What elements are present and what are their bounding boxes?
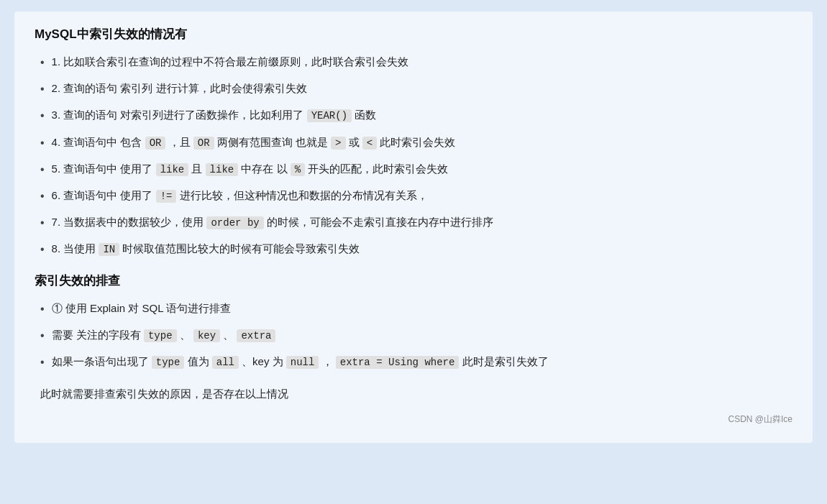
code-all: all [212,356,239,369]
list-item: 8. 当使用 IN 时候取值范围比较大的时候有可能会导致索引失效 [35,239,792,259]
s2item3-text: 如果一条语句出现了 type 值为 all 、key 为 null ， extr… [52,352,549,372]
list-item: 需要 关注的字段有 type 、 key 、 extra [35,326,792,345]
list-item: 1. 比如联合索引在查询的过程中不符合最左前缀原则，此时联合索引会失效 [35,52,792,72]
code-year: YEAR() [307,109,352,122]
item8-text: 8. 当使用 IN 时候取值范围比较大的时候有可能会导致索引失效 [52,239,360,259]
code-or2: OR [193,137,214,150]
code-like2: like [206,163,239,176]
section2-title: 索引失效的排查 [35,272,792,289]
code-neq: != [156,190,177,203]
list-item: 6. 查询语句中 使用了 != 进行比较，但这种情况也和数据的分布情况有关系， [35,186,792,206]
section2-list: ① 使用 Explain 对 SQL 语句进行排查 需要 关注的字段有 type… [35,299,792,372]
item5-text: 5. 查询语句中 使用了 like 且 like 中存在 以 % 开头的匹配，此… [52,160,449,179]
s2item2-text: 需要 关注的字段有 type 、 key 、 extra [52,326,276,345]
code-percent: % [291,163,305,176]
s2item1-text: ① 使用 Explain 对 SQL 语句进行排查 [52,299,232,318]
code-type: type [144,329,177,342]
section1-title: MySQL中索引失效的情况有 [35,26,792,42]
item1-text: 1. 比如联合索引在查询的过程中不符合最左前缀原则，此时联合索引会失效 [52,52,409,71]
list-item: 7. 当数据表中的数据较少，使用 order by 的时候，可能会不走索引直接在… [35,213,792,232]
code-key: key [193,329,220,342]
code-like1: like [156,163,189,176]
item7-text: 7. 当数据表中的数据较少，使用 order by 的时候，可能会不走索引直接在… [52,213,493,232]
bottom-note: 此时就需要排查索引失效的原因，是否存在以上情况 [35,385,792,403]
code-gt: > [331,137,345,150]
code-or1: OR [145,137,166,150]
item4-text: 4. 查询语句中 包含 OR ，且 OR 两侧有范围查询 也就是 > 或 < 此… [52,133,456,152]
code-lt: < [362,137,377,150]
section1-list: 1. 比如联合索引在查询的过程中不符合最左前缀原则，此时联合索引会失效 2. 查… [35,52,792,260]
list-item: 4. 查询语句中 包含 OR ，且 OR 两侧有范围查询 也就是 > 或 < 此… [35,133,792,152]
list-item: 5. 查询语句中 使用了 like 且 like 中存在 以 % 开头的匹配，此… [35,160,792,179]
list-item: ① 使用 Explain 对 SQL 语句进行排查 [35,299,792,319]
code-null: null [286,356,319,369]
list-item: 2. 查询的语句 索引列 进行计算，此时会使得索引失效 [35,79,792,98]
main-container: MySQL中索引失效的情况有 1. 比如联合索引在查询的过程中不符合最左前缀原则… [14,12,813,443]
code-extra: extra [237,329,275,342]
item6-text: 6. 查询语句中 使用了 != 进行比较，但这种情况也和数据的分布情况有关系， [52,186,428,206]
footer-text: CSDN @山粦Ice [35,413,792,426]
code-type2: type [152,356,185,369]
code-extra-using: extra = Using where [336,356,460,369]
code-orderby: order by [206,216,263,229]
list-item: 3. 查询的语句 对索引列进行了函数操作，比如利用了 YEAR() 函数 [35,106,792,125]
item2-text: 2. 查询的语句 索引列 进行计算，此时会使得索引失效 [52,79,307,98]
item3-text: 3. 查询的语句 对索引列进行了函数操作，比如利用了 YEAR() 函数 [52,106,377,125]
list-item: 如果一条语句出现了 type 值为 all 、key 为 null ， extr… [35,352,792,372]
code-in: IN [99,243,119,256]
